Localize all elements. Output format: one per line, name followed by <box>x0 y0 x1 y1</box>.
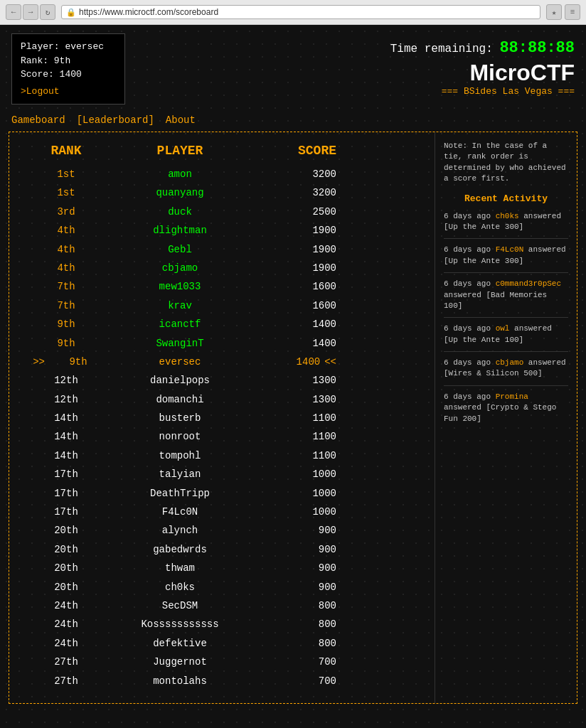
row-score: 3200 <box>251 166 336 182</box>
row-score: 1600 <box>251 298 336 314</box>
row-rank: 27th <box>23 673 109 689</box>
activity-time: 6 days ago <box>444 358 496 367</box>
table-row: 20th alynch 900 <box>23 523 420 538</box>
row-rank: 1st <box>23 166 109 182</box>
player-header: PLAYER <box>109 144 251 158</box>
activity-time: 6 days ago <box>444 212 496 220</box>
nav-gameboard[interactable]: Gameboard <box>11 114 65 126</box>
table-row: 14th nonroot 1100 <box>23 429 420 444</box>
row-rank: 4th <box>23 242 109 257</box>
player-score: Score: 1400 <box>21 68 116 82</box>
table-row: 20th ch0ks 900 <box>23 579 420 595</box>
row-rank: 4th <box>23 260 109 276</box>
recent-activity-title: Recent Activity <box>444 193 568 204</box>
row-rank: 17th <box>23 466 109 482</box>
leaderboard: RANK PLAYER SCORE 1st amon 3200 1st quan… <box>9 132 435 703</box>
row-score: 2500 <box>251 204 336 220</box>
row-player: busterb <box>109 410 251 426</box>
header: Player: eversec Rank: 9th Score: 1400 >L… <box>0 25 586 110</box>
menu-button[interactable]: ≡ <box>565 4 580 20</box>
row-score: 1100 <box>251 429 336 444</box>
table-row: 1st amon 3200 <box>23 166 420 182</box>
brand-name: MicroCTF <box>442 60 575 86</box>
player-rank: Rank: 9th <box>21 54 116 68</box>
table-row: 14th tompohl 1100 <box>23 448 420 464</box>
row-rank: 7th <box>23 298 109 314</box>
lock-icon: 🔒 <box>66 8 76 17</box>
activity-item: 6 days ago owl answered [Up the Ante 100… <box>444 323 568 352</box>
row-rank: 12th <box>23 373 109 388</box>
url-bar[interactable]: 🔒 https://www.microctf.com/scoreboard <box>61 5 540 19</box>
activity-time: 6 days ago <box>444 279 496 288</box>
table-row: 27th Juggernot 700 <box>23 654 420 670</box>
row-rank: 7th <box>23 279 109 294</box>
row-player: icanctf <box>109 316 251 332</box>
activity-item: 6 days ago F4Lc0N answered [Up the Ante … <box>444 245 568 273</box>
row-player: defektive <box>109 636 251 651</box>
table-row: 17th talyian 1000 <box>23 466 420 482</box>
nav-about[interactable]: About <box>166 114 196 126</box>
table-row: 14th busterb 1100 <box>23 410 420 426</box>
row-score: 800 <box>251 616 336 632</box>
current-score-wrapper: 1400 << <box>251 354 336 370</box>
activity-user: owl <box>496 324 510 333</box>
star-button[interactable]: ★ <box>546 4 562 20</box>
activity-user: F4Lc0N <box>496 245 524 254</box>
activity-item: 6 days ago Promina answered [Crypto & St… <box>444 392 568 430</box>
row-score: 900 <box>251 523 336 538</box>
row-rank: 20th <box>23 542 109 557</box>
row-player: thwam <box>109 560 251 576</box>
activity-time: 6 days ago <box>444 245 496 254</box>
timer-section: Time remaining: 88:88:88 <box>390 33 575 57</box>
row-rank: 1st <box>23 185 109 200</box>
activity-user: ch0ks <box>496 212 519 220</box>
nav-leaderboard[interactable]: [Leaderboard] <box>77 114 154 126</box>
logout-link[interactable]: >Logout <box>21 86 60 97</box>
table-row: 17th DeathTripp 1000 <box>23 486 420 501</box>
row-score: 1600 <box>251 279 336 294</box>
timer-label: Time remaining: <box>390 43 493 55</box>
row-player: nonroot <box>109 429 251 444</box>
page: Player: eversec Rank: 9th Score: 1400 >L… <box>0 25 586 728</box>
nav-buttons: ← → ↻ <box>6 4 55 20</box>
activity-action: answered [Bad Memories 100] <box>444 291 547 310</box>
back-button[interactable]: ← <box>6 4 21 20</box>
row-rank: 24th <box>23 636 109 651</box>
row-player: talyian <box>109 466 251 482</box>
activity-time: 6 days ago <box>444 392 496 401</box>
table-row: 24th defektive 800 <box>23 636 420 651</box>
row-score: 1000 <box>251 504 336 520</box>
refresh-button[interactable]: ↻ <box>40 4 55 20</box>
table-row: 4th cbjamo 1900 <box>23 260 420 276</box>
player-info-box: Player: eversec Rank: 9th Score: 1400 >L… <box>11 33 125 105</box>
current-user-row: >> 9th eversec 1400 << <box>23 354 420 370</box>
table-row: 1st quanyang 3200 <box>23 185 420 200</box>
row-rank: 24th <box>23 598 109 614</box>
rank-header: RANK <box>23 144 109 158</box>
row-rank: 9th <box>23 336 109 351</box>
row-player: duck <box>109 204 251 220</box>
table-row: 24th SecDSM 800 <box>23 598 420 614</box>
table-row: 4th dlightman 1900 <box>23 223 420 238</box>
table-row: 12th danielpops 1300 <box>23 373 420 388</box>
table-row: 3rd duck 2500 <box>23 204 420 220</box>
navigation: Gameboard [Leaderboard] About <box>0 110 586 132</box>
main-content: RANK PLAYER SCORE 1st amon 3200 1st quan… <box>9 132 577 704</box>
row-score: 1100 <box>251 448 336 464</box>
row-player: amon <box>109 166 251 182</box>
row-player: F4Lc0N <box>109 504 251 520</box>
row-player: gabedwrds <box>109 542 251 557</box>
activity-user: cbjamo <box>496 358 524 367</box>
brand-tagline: === BSides Las Vegas === <box>442 86 575 97</box>
row-rank: 17th <box>23 486 109 501</box>
activity-user: Promina <box>496 392 528 401</box>
row-player: domanchi <box>109 392 251 407</box>
leaderboard-rows: 1st amon 3200 1st quanyang 3200 3rd duck… <box>23 166 420 689</box>
row-score: 700 <box>251 654 336 670</box>
row-player: SwanginT <box>109 336 251 351</box>
player-name: Player: eversec <box>21 40 116 54</box>
forward-button[interactable]: → <box>23 4 38 20</box>
row-player: DeathTripp <box>109 486 251 501</box>
row-player: ch0ks <box>109 579 251 595</box>
row-player: quanyang <box>109 185 251 200</box>
